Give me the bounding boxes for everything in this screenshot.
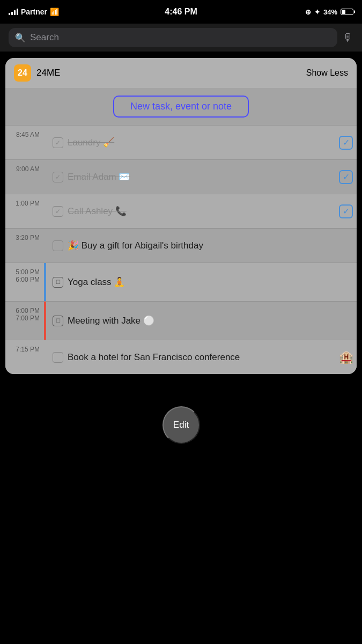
list-item[interactable]: 9:00 AM ✓ Email Adam ✉️ ✓	[5, 159, 357, 194]
blue-check-icon: ✓	[339, 170, 353, 184]
event-right-icon: 🏨	[335, 340, 357, 374]
event-list: 8:45 AM ✓ Laundry 🧹 ✓ 9:00 AM ✓ Email Ad…	[5, 125, 357, 374]
list-item[interactable]: 7:15 PM Book a hotel for San Francisco c…	[5, 340, 357, 374]
event-time-start: 6:00 PM	[16, 307, 40, 314]
widget-header-left: 24 24ME	[14, 64, 60, 82]
event-content: ☐ Yoga class 🧘	[46, 263, 335, 301]
show-less-button[interactable]: Show Less	[306, 68, 348, 78]
hotel-icon: 🏨	[339, 350, 353, 364]
event-right-icon: ✓	[335, 194, 357, 228]
checkbox-icon	[53, 240, 63, 251]
status-right: ⊕ ✦ 34%	[305, 8, 353, 16]
app-name: 24ME	[36, 68, 60, 78]
event-content: ✓ Laundry 🧹	[46, 126, 335, 159]
event-time: 9:00 AM	[5, 160, 44, 174]
event-time: 8:45 AM	[5, 126, 44, 140]
event-content: ✓ Email Adam ✉️	[46, 160, 335, 194]
blue-check-icon: ✓	[339, 136, 353, 150]
battery-indicator	[341, 9, 353, 15]
event-time-double: 5:00 PM 6:00 PM	[5, 263, 44, 301]
event-time: 3:20 PM	[5, 229, 44, 243]
widget-header: 24 24ME Show Less	[5, 58, 357, 88]
wifi-icon: 📶	[50, 8, 59, 16]
event-title: Yoga class 🧘	[68, 276, 125, 288]
event-time-end: 7:00 PM	[16, 314, 40, 322]
calendar-icon: ☐	[53, 277, 63, 288]
list-item[interactable]: 8:45 AM ✓ Laundry 🧹 ✓	[5, 125, 357, 159]
search-bar: 🔍 Search 🎙	[0, 24, 362, 52]
list-item[interactable]: 6:00 PM 7:00 PM ☐ Meeting with Jake ⚪	[5, 301, 357, 340]
list-item[interactable]: 5:00 PM 6:00 PM ☐ Yoga class 🧘	[5, 262, 357, 301]
blue-check-icon: ✓	[339, 204, 353, 218]
event-title: Laundry 🧹	[68, 137, 114, 148]
event-time: 1:00 PM	[5, 194, 44, 208]
checkbox-icon: ✓	[53, 137, 63, 148]
event-content: ✓ Call Ashley 📞	[46, 194, 335, 228]
list-item[interactable]: 1:00 PM ✓ Call Ashley 📞 ✓	[5, 194, 357, 228]
event-right-icon	[335, 263, 357, 301]
event-time-end: 6:00 PM	[16, 276, 40, 283]
event-title: 🎉 Buy a gift for Abigail's birthday	[68, 240, 203, 251]
event-right-icon	[335, 229, 357, 262]
battery-percent: 34%	[323, 8, 337, 16]
checkbox-icon: ✓	[53, 172, 63, 182]
edit-button[interactable]: Edit	[162, 406, 200, 444]
list-item[interactable]: 3:20 PM 🎉 Buy a gift for Abigail's birth…	[5, 228, 357, 262]
event-right-icon: ✓	[335, 126, 357, 159]
event-content: ☐ Meeting with Jake ⚪	[46, 302, 335, 340]
event-time: 7:15 PM	[5, 340, 44, 354]
new-task-row: New task, event or note	[5, 88, 357, 125]
search-input[interactable]: 🔍 Search	[9, 28, 337, 47]
search-placeholder: Search	[30, 32, 59, 43]
event-title: Email Adam ✉️	[68, 171, 130, 182]
location-icon: ⊕	[305, 8, 311, 16]
new-task-button[interactable]: New task, event or note	[113, 96, 249, 118]
calendar-icon: ☐	[53, 316, 63, 326]
event-right-icon	[335, 302, 357, 340]
time-label: 4:46 PM	[165, 7, 197, 17]
widget-container: 24 24ME Show Less New task, event or not…	[5, 58, 357, 374]
bluetooth-icon: ✦	[314, 8, 320, 16]
checkbox-icon: ✓	[53, 206, 63, 217]
status-bar: Partner 📶 4:46 PM ⊕ ✦ 34%	[0, 0, 362, 24]
edit-section: Edit	[0, 406, 362, 444]
event-title: Call Ashley 📞	[68, 206, 127, 217]
app-icon: 24	[14, 64, 31, 82]
event-time-start: 5:00 PM	[16, 268, 40, 276]
event-content: Book a hotel for San Francisco conferenc…	[46, 340, 335, 374]
event-content: 🎉 Buy a gift for Abigail's birthday	[46, 229, 335, 262]
event-time-double: 6:00 PM 7:00 PM	[5, 302, 44, 340]
checkbox-icon	[53, 352, 63, 363]
signal-icon	[9, 9, 18, 15]
microphone-icon[interactable]: 🎙	[343, 32, 353, 44]
event-right-icon: ✓	[335, 160, 357, 194]
event-title: Book a hotel for San Francisco conferenc…	[68, 352, 240, 363]
carrier-label: Partner	[21, 8, 47, 16]
status-left: Partner 📶	[9, 8, 59, 16]
search-icon: 🔍	[15, 33, 26, 43]
event-title: Meeting with Jake ⚪	[68, 315, 154, 326]
